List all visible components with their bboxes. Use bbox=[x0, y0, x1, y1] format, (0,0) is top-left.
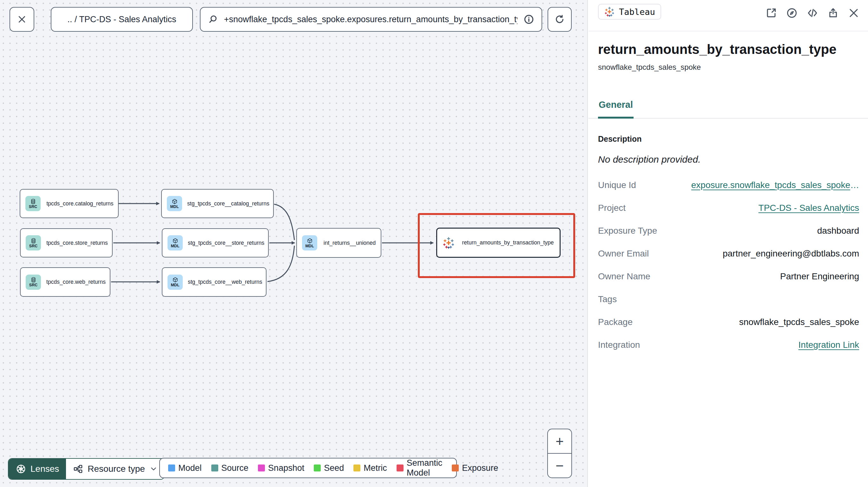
cube-icon bbox=[307, 238, 313, 244]
zoom-controls: + − bbox=[547, 429, 572, 478]
project-link[interactable]: TPC-DS - Sales Analytics bbox=[758, 203, 859, 213]
legend-item-exposure: Exposure bbox=[452, 463, 498, 473]
integration-link[interactable]: Integration Link bbox=[799, 340, 859, 350]
close-icon bbox=[17, 14, 27, 24]
row-project: Project TPC-DS - Sales Analytics bbox=[598, 197, 859, 219]
cube-icon bbox=[172, 277, 178, 283]
resource-type-dropdown[interactable]: Resource type bbox=[66, 459, 164, 479]
plus-icon: + bbox=[556, 433, 564, 449]
details-panel: Tableau return_amounts_by_transaction_ty… bbox=[589, 0, 868, 487]
lenses-icon bbox=[16, 463, 26, 474]
row-owner-name: Owner Name Partner Engineering bbox=[598, 265, 859, 288]
close-lineage-button[interactable] bbox=[9, 7, 34, 32]
row-exposure-type: Exposure Type dashboard bbox=[598, 219, 859, 242]
legend-item-model: Model bbox=[168, 463, 202, 473]
lenses-button[interactable]: Lenses bbox=[8, 459, 66, 479]
detail-rows: Unique Id exposure.snowflake_tpcds_sales… bbox=[598, 174, 859, 356]
lineage-node-stg-store-returns[interactable]: MDL stg_tpcds_core__store_returns bbox=[162, 228, 269, 257]
tab-active-underline bbox=[598, 117, 633, 119]
legend-swatch bbox=[211, 464, 218, 472]
legend-swatch bbox=[397, 464, 404, 472]
share-icon[interactable] bbox=[827, 7, 839, 19]
legend-swatch bbox=[353, 464, 361, 472]
legend-item-semantic-model: Semantic Model bbox=[397, 458, 442, 478]
lineage-node-stg-web-returns[interactable]: MDL stg_tpcds_core__web_returns bbox=[162, 267, 267, 297]
legend-swatch bbox=[452, 464, 459, 472]
breadcrumb[interactable]: .. / TPC-DS - Sales Analytics bbox=[51, 7, 193, 32]
description-heading: Description bbox=[598, 134, 642, 143]
row-package: Package snowflake_tpcds_sales_spoke bbox=[598, 311, 859, 333]
tab-general[interactable]: General bbox=[598, 100, 633, 110]
resource-type-icon bbox=[73, 464, 83, 474]
legend-swatch bbox=[314, 464, 321, 472]
legend-item-source: Source bbox=[211, 463, 249, 473]
row-unique-id: Unique Id exposure.snowflake_tpcds_sales… bbox=[598, 174, 859, 197]
lineage-node-tpcds-core-web-returns[interactable]: SRC tpcds_core.web_returns bbox=[20, 267, 111, 297]
legend-item-seed: Seed bbox=[314, 463, 344, 473]
database-icon bbox=[30, 277, 36, 283]
legend-item-metric: Metric bbox=[353, 463, 387, 473]
zoom-in-button[interactable]: + bbox=[548, 429, 571, 454]
description-text: No description provided. bbox=[598, 154, 701, 165]
source-badge: SRC bbox=[26, 274, 41, 290]
cube-icon bbox=[172, 198, 178, 204]
chevron-down-icon bbox=[149, 465, 158, 473]
lineage-search-bar bbox=[200, 7, 542, 32]
row-integration: Integration Integration Link bbox=[598, 333, 859, 356]
refresh-button[interactable] bbox=[548, 7, 572, 32]
package-subtitle: snowflake_tpcds_sales_spoke bbox=[598, 63, 701, 72]
unique-id-link[interactable]: exposure.snowflake_tpcds_sales_spoke bbox=[691, 180, 850, 190]
zoom-out-button[interactable]: − bbox=[548, 454, 571, 478]
platform-badge: Tableau bbox=[598, 4, 661, 20]
tableau-icon bbox=[604, 6, 615, 17]
legend-swatch bbox=[168, 464, 175, 472]
legend-swatch bbox=[258, 464, 265, 472]
minus-icon: − bbox=[556, 458, 564, 474]
model-badge: MDL bbox=[167, 274, 183, 290]
lineage-node-stg-catalog-returns[interactable]: MDL stg_tpcds_core__catalog_returns bbox=[161, 189, 274, 218]
model-badge: MDL bbox=[167, 196, 182, 211]
lineage-node-int-returns-unioned[interactable]: MDL int_returns__unioned bbox=[296, 228, 381, 258]
close-icon[interactable] bbox=[848, 7, 860, 19]
database-icon bbox=[30, 198, 36, 204]
model-badge: MDL bbox=[167, 235, 183, 251]
search-icon bbox=[208, 14, 218, 25]
search-input[interactable] bbox=[223, 14, 518, 25]
panel-actions bbox=[765, 7, 860, 19]
code-icon[interactable] bbox=[806, 7, 818, 19]
database-icon bbox=[30, 238, 36, 244]
cube-icon bbox=[172, 238, 178, 244]
source-badge: SRC bbox=[26, 235, 41, 251]
legend-item-snapshot: Snapshot bbox=[258, 463, 304, 473]
resource-legend: Model Source Snapshot Seed Metric Semant… bbox=[159, 458, 457, 478]
model-badge: MDL bbox=[302, 235, 317, 251]
lineage-node-tpcds-core-catalog-returns[interactable]: SRC tpcds_core.catalog_returns bbox=[20, 189, 119, 218]
compass-icon[interactable] bbox=[786, 7, 798, 19]
page-title: return_amounts_by_transaction_type bbox=[598, 42, 837, 57]
dbt-explorer-app: SRC tpcds_core.catalog_returns SRC tpcds… bbox=[0, 0, 868, 487]
external-link-icon[interactable] bbox=[765, 7, 777, 19]
panel-header-divider bbox=[589, 31, 868, 31]
source-badge: SRC bbox=[25, 196, 41, 211]
lineage-node-exposure-return-amounts[interactable]: return_amounts_by_transaction_type bbox=[436, 228, 561, 258]
row-owner-email: Owner Email partner_engineering@dbtlabs.… bbox=[598, 242, 859, 265]
lineage-node-tpcds-core-store-returns[interactable]: SRC tpcds_core.store_returns bbox=[20, 228, 113, 257]
refresh-icon bbox=[554, 14, 565, 25]
lens-controls: Lenses Resource type bbox=[8, 458, 165, 480]
row-tags: Tags bbox=[598, 288, 859, 311]
info-icon[interactable] bbox=[523, 13, 534, 25]
lineage-canvas[interactable]: SRC tpcds_core.catalog_returns SRC tpcds… bbox=[0, 0, 588, 487]
tableau-icon bbox=[442, 236, 455, 249]
